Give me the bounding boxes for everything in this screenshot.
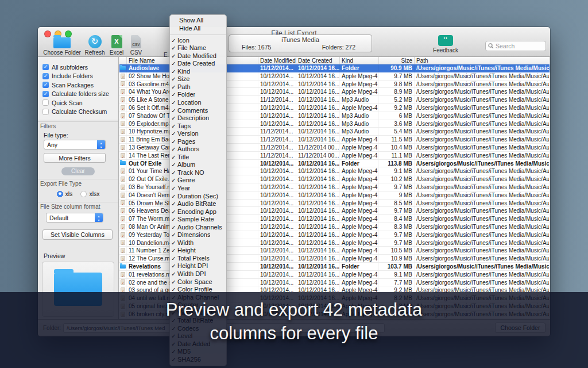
size-cell: 7.7 MB — [379, 279, 415, 286]
kind-cell: Apple Mpeg-4 A... — [340, 247, 379, 254]
more-filters-button[interactable]: More Filters — [44, 153, 106, 163]
date-created-cell: 10/12/2014 16... — [296, 80, 340, 88]
menu-item-tags[interactable]: ✓Tags — [170, 122, 226, 131]
menu-item-label: Description — [177, 114, 209, 122]
checkbox-unchecked-icon — [42, 109, 49, 115]
file-size-format-select[interactable]: Default ▴▾ — [46, 213, 103, 223]
menu-item-width[interactable]: ✓Width — [170, 239, 226, 247]
date-created-cell: 10/12/2014 16... — [296, 247, 340, 254]
path-cell: /Users/giorgos/Music/iTunes/iTunes Media… — [415, 72, 550, 80]
menu-item-label: Folder — [177, 91, 195, 99]
radio-xls[interactable]: xls — [57, 190, 73, 197]
column-header-icon[interactable] — [119, 57, 127, 64]
radio-xlsx[interactable]: xlsx — [80, 190, 99, 197]
column-header-date-created[interactable]: Date Created — [296, 57, 340, 64]
menu-item-comments[interactable]: ✓Comments — [170, 107, 226, 115]
kind-cell: Apple Mpeg-4 A... — [340, 215, 379, 223]
menu-item-duration-sec-[interactable]: ✓Duration (Sec) — [170, 193, 226, 201]
checkbox-scan-packages[interactable]: ✓Scan Packages — [42, 80, 118, 90]
feedback-toolbar-button[interactable]: '' Feedback — [420, 35, 471, 53]
date-modified-cell: 10/12/2014... — [258, 191, 296, 199]
checkbox-checked-icon: ✓ — [42, 73, 49, 79]
menu-item-color-space[interactable]: ✓Color Space — [170, 278, 226, 286]
menu-item-genre[interactable]: ✓Genre — [170, 177, 226, 185]
date-created-cell: 10/12/2014 16... — [296, 215, 340, 223]
size-cell: 9.1 MB — [379, 167, 415, 175]
menu-item-icon[interactable]: ✓Icon — [170, 37, 226, 45]
menu-item-pages[interactable]: ✓Pages — [170, 138, 226, 146]
path-cell: /Users/giorgos/Music/iTunes/iTunes Media… — [415, 183, 550, 191]
checkmark-icon: ✓ — [170, 239, 177, 247]
date-created-cell: 10/12/2014 16... — [296, 88, 340, 95]
menu-item-kind[interactable]: ✓Kind — [170, 68, 226, 76]
checkbox-calculate-checksum[interactable]: Calculate Checksum — [42, 108, 118, 117]
menu-item-audio-channels[interactable]: ✓Audio Channels — [170, 224, 226, 232]
kind-cell: Apple Mpeg-4 A... — [340, 279, 379, 286]
checkbox-include-folders[interactable]: ✓Include Folders — [42, 72, 118, 81]
menu-item-dimensions[interactable]: ✓Dimensions — [170, 231, 226, 239]
date-modified-cell: 10/12/2014... — [258, 200, 296, 207]
scanned-folder-name: iTunes Media — [229, 36, 372, 43]
column-header-path[interactable]: Path — [415, 57, 550, 64]
menu-action-hide-all[interactable]: Hide All — [170, 25, 226, 33]
menu-item-sample-rate[interactable]: ✓Sample Rate — [170, 216, 226, 224]
menu-item-audio-bitrate[interactable]: ✓Audio BitRate — [170, 200, 226, 208]
menu-item-encoding-app[interactable]: ✓Encoding App — [170, 208, 226, 216]
feedback-icon: '' — [438, 35, 453, 46]
audio-file-icon: ♪ — [121, 129, 125, 134]
excel-toolbar-button[interactable]: X Excel — [107, 35, 126, 56]
column-header-date-modified[interactable]: Date Modified — [258, 57, 296, 64]
refresh-toolbar-button[interactable]: ↻ Refresh — [82, 35, 107, 56]
menu-item-title[interactable]: ✓Title — [170, 154, 226, 162]
menu-item-path[interactable]: ✓Path — [170, 83, 226, 91]
menu-action-show-all[interactable]: Show All — [170, 17, 226, 25]
menu-item-location[interactable]: ✓Location — [170, 99, 226, 107]
date-modified-cell: 10/12/2014... — [258, 167, 296, 175]
menu-item-size[interactable]: ✓Size — [170, 75, 226, 83]
date-created-cell: 10/12/2014 16... — [296, 239, 340, 247]
kind-cell: Mp3 Audio — [340, 96, 379, 103]
checkbox-calculate-folders-size[interactable]: ✓Calculate folders size — [42, 90, 118, 99]
menu-item-folder[interactable]: ✓Folder — [170, 91, 226, 99]
menu-item-date-created[interactable]: ✓Date Created — [170, 60, 226, 68]
size-cell: 113.8 MB — [379, 160, 415, 167]
file-type-select[interactable]: Any ▴▾ — [44, 140, 106, 150]
audio-file-icon: ♪ — [121, 272, 125, 277]
date-modified-cell: 11/12/2014... — [258, 128, 296, 135]
checkmark-icon: ✓ — [170, 177, 177, 185]
set-visible-columns-button[interactable]: Set Visible Columns — [42, 229, 113, 240]
checkbox-all-subfolders[interactable]: ✓All subfolders — [42, 63, 118, 72]
checkmark-icon: ✓ — [170, 83, 177, 91]
menu-item-description[interactable]: ✓Description — [170, 114, 226, 122]
column-header-kind[interactable]: Kind — [340, 57, 379, 64]
menu-item-label: Album — [177, 161, 195, 169]
checkmark-icon: ✓ — [170, 208, 177, 216]
csv-toolbar-button[interactable]: CSV CSV — [127, 35, 145, 56]
menu-item-year[interactable]: ✓Year — [170, 185, 226, 193]
menu-item-width-dpi[interactable]: ✓Width DPI — [170, 270, 226, 278]
menu-item-height-dpi[interactable]: ✓Height DPI — [170, 262, 226, 270]
menu-item-authors[interactable]: ✓Authors — [170, 145, 226, 154]
menu-item-file-name[interactable]: ✓File Name — [170, 44, 226, 52]
search-field[interactable] — [485, 41, 546, 51]
feedback-label: Feedback — [433, 47, 458, 53]
menu-item-label: Date Created — [177, 60, 215, 68]
menu-item-total-pixels[interactable]: ✓Total Pixels — [170, 255, 226, 263]
checkbox-quick-scan[interactable]: Quick Scan — [42, 98, 118, 108]
checkmark-icon: ✓ — [170, 75, 177, 83]
menu-item-height[interactable]: ✓Height — [170, 247, 226, 255]
search-input[interactable] — [496, 43, 541, 49]
kind-cell: Folder — [340, 263, 379, 270]
menu-item-version[interactable]: ✓Version — [170, 130, 226, 138]
menu-item-date-modified[interactable]: ✓Date Modified — [170, 52, 226, 60]
menu-item-label: Duration (Sec) — [177, 193, 218, 201]
menu-item-label: Year — [177, 185, 190, 193]
checkmark-icon: ✓ — [170, 122, 177, 131]
menu-item-track-no[interactable]: ✓Track NO — [170, 169, 226, 177]
clear-button[interactable]: Clear — [61, 167, 95, 175]
choose-folder-toolbar-button[interactable]: Choose Folder — [41, 35, 83, 56]
column-header-size[interactable]: Size — [379, 57, 415, 64]
checkbox-checked-icon: ✓ — [42, 82, 49, 88]
menu-item-album[interactable]: ✓Album — [170, 161, 226, 169]
menu-separator — [170, 34, 226, 35]
